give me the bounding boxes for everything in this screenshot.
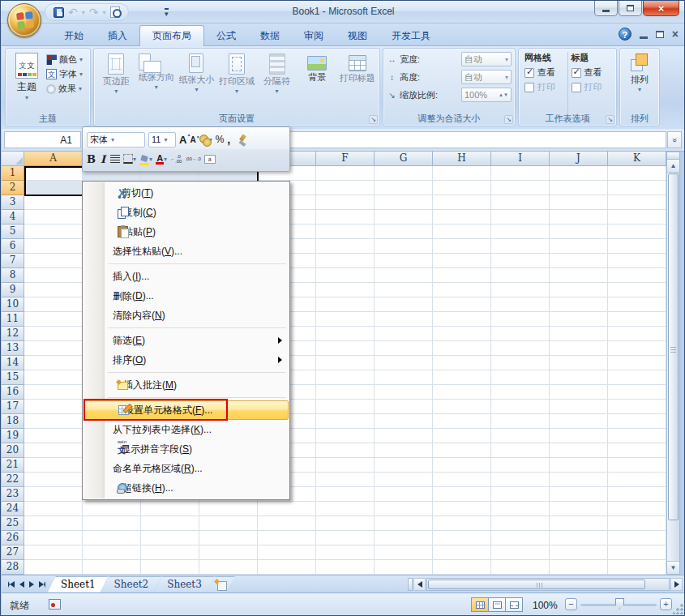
cell-B25[interactable] <box>83 516 141 531</box>
cell-A7[interactable] <box>24 254 83 268</box>
cell-J24[interactable] <box>550 502 608 516</box>
cell-I3[interactable] <box>491 195 550 210</box>
cell-J9[interactable] <box>550 283 608 297</box>
row-header-3[interactable]: 3 <box>2 195 24 210</box>
cell-G15[interactable] <box>375 370 433 385</box>
cell-K3[interactable] <box>608 195 666 210</box>
cell-C27[interactable] <box>141 545 199 560</box>
cell-I8[interactable] <box>491 268 550 283</box>
print-preview-icon[interactable] <box>110 6 120 18</box>
cell-G19[interactable] <box>375 429 433 443</box>
cell-F2[interactable] <box>316 181 375 195</box>
cell-F10[interactable] <box>316 297 375 312</box>
page-setup-dialog-launcher-icon[interactable]: ↘ <box>369 115 378 124</box>
cell-H4[interactable] <box>433 210 491 225</box>
print-titles-button[interactable]: 打印标题 <box>337 50 377 114</box>
name-box[interactable]: A1 <box>4 131 81 148</box>
cell-K24[interactable] <box>608 502 666 516</box>
cell-E27[interactable] <box>258 545 316 560</box>
theme-fonts-button[interactable]: 文 字体 ▾ <box>46 68 83 80</box>
row-header-19[interactable]: 19 <box>2 429 24 443</box>
cell-J18[interactable] <box>550 414 608 429</box>
menu-item-clear-contents[interactable]: 清除内容(N) <box>83 306 289 325</box>
cell-H21[interactable] <box>433 458 491 473</box>
cell-E24[interactable] <box>258 502 316 516</box>
cell-K23[interactable] <box>608 487 666 502</box>
cell-K28[interactable] <box>608 560 666 575</box>
cell-A12[interactable] <box>24 327 83 341</box>
redo-dropdown-icon[interactable]: ▾ <box>102 9 105 16</box>
cell-I22[interactable] <box>491 473 550 487</box>
cell-F26[interactable] <box>316 531 375 545</box>
cell-I27[interactable] <box>491 545 550 560</box>
cell-J11[interactable] <box>550 312 608 327</box>
undo-dropdown-icon[interactable]: ▾ <box>82 9 85 16</box>
cell-J19[interactable] <box>550 429 608 443</box>
cell-K12[interactable] <box>608 327 666 341</box>
scroll-down-icon[interactable]: ▼ <box>667 561 679 574</box>
cell-I18[interactable] <box>491 414 550 429</box>
cell-I28[interactable] <box>491 560 550 575</box>
cell-K15[interactable] <box>608 370 666 385</box>
row-header-14[interactable]: 14 <box>2 356 24 370</box>
menu-item-paste-special[interactable]: 选择性粘贴(V)... <box>83 242 289 261</box>
cell-A20[interactable] <box>24 443 83 458</box>
cell-A18[interactable] <box>24 414 83 429</box>
cell-H17[interactable] <box>433 400 491 414</box>
menu-item-insert[interactable]: 插入(I)... <box>83 267 289 286</box>
column-header-H[interactable]: H <box>433 152 491 166</box>
column-header-J[interactable]: J <box>550 152 608 166</box>
cell-J16[interactable] <box>550 385 608 400</box>
menu-item-copy[interactable]: 复制(C) <box>83 203 289 222</box>
prev-sheet-icon[interactable] <box>19 581 24 588</box>
cell-G10[interactable] <box>375 297 433 312</box>
cell-F15[interactable] <box>316 370 375 385</box>
cell-G22[interactable] <box>375 473 433 487</box>
cell-C26[interactable] <box>141 531 199 545</box>
cell-H20[interactable] <box>433 443 491 458</box>
cell-K6[interactable] <box>608 239 666 254</box>
cell-F16[interactable] <box>316 385 375 400</box>
headings-print-checkbox[interactable]: 打印 <box>572 81 611 93</box>
cell-H22[interactable] <box>433 473 491 487</box>
cell-H27[interactable] <box>433 545 491 560</box>
cell-F13[interactable] <box>316 341 375 356</box>
cell-H7[interactable] <box>433 254 491 268</box>
tab-插入[interactable]: 插入 <box>96 25 139 46</box>
cell-G21[interactable] <box>375 458 433 473</box>
cell-B27[interactable] <box>83 545 141 560</box>
cell-A9[interactable] <box>24 283 83 297</box>
cell-F28[interactable] <box>316 560 375 575</box>
cell-F11[interactable] <box>316 312 375 327</box>
cell-I26[interactable] <box>491 531 550 545</box>
cell-J26[interactable] <box>550 531 608 545</box>
row-header-5[interactable]: 5 <box>2 225 24 239</box>
cell-I11[interactable] <box>491 312 550 327</box>
cell-I1[interactable] <box>491 166 550 181</box>
workbook-minimize-icon[interactable] <box>640 36 648 39</box>
help-icon[interactable]: ? <box>619 28 631 41</box>
cell-G27[interactable] <box>375 545 433 560</box>
background-button[interactable]: 背景 <box>298 50 337 114</box>
row-header-17[interactable]: 17 <box>2 400 24 414</box>
cell-J2[interactable] <box>550 181 608 195</box>
cell-I5[interactable] <box>491 225 550 239</box>
cell-J10[interactable] <box>550 297 608 312</box>
cell-J7[interactable] <box>550 254 608 268</box>
font-size-select[interactable]: 11▾ <box>148 132 176 148</box>
cell-A27[interactable] <box>24 545 83 560</box>
cell-G3[interactable] <box>375 195 433 210</box>
headings-view-checkbox[interactable]: 查看 <box>572 66 611 79</box>
scale-dialog-launcher-icon[interactable]: ↘ <box>504 115 513 124</box>
row-header-12[interactable]: 12 <box>2 327 24 341</box>
cell-A11[interactable] <box>24 312 83 327</box>
cell-F18[interactable] <box>316 414 375 429</box>
themes-button[interactable]: 文文 主题 ▾ <box>7 51 46 114</box>
cell-A16[interactable] <box>24 385 83 400</box>
cell-G17[interactable] <box>375 400 433 414</box>
breaks-button[interactable]: 分隔符▾ <box>257 50 297 114</box>
cell-H26[interactable] <box>433 531 491 545</box>
cell-E25[interactable] <box>258 516 316 531</box>
resize-grip[interactable] <box>673 604 683 614</box>
cell-G28[interactable] <box>375 560 433 575</box>
